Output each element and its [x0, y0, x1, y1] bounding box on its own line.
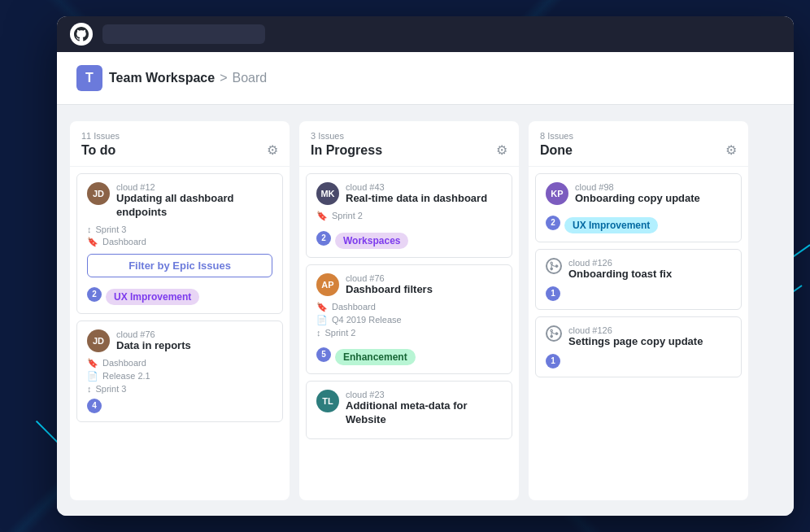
meta-dashboard-2: 🔖 Dashboard: [87, 358, 272, 368]
card-title-cloud76-todo: Data in reports: [116, 339, 272, 353]
workspace-name: Team Workspace: [109, 71, 215, 85]
card-title-cloud126-1: Onboarding toast fix: [568, 268, 731, 281]
avatar-cloud23: TL: [316, 390, 339, 412]
badge-number-enhancement: 5: [316, 347, 331, 362]
avatar-cloud12: JD: [87, 182, 110, 205]
card-id-cloud76-todo: cloud #76: [116, 329, 272, 339]
card-id-cloud76-ip: cloud #76: [346, 273, 502, 283]
avatar-cloud76-ip: AP: [316, 273, 339, 296]
bookmark-icon: 🔖: [87, 237, 98, 247]
badge-number-ux: 2: [87, 287, 102, 302]
todo-body: JD cloud #12 Updating all dashboard endp…: [70, 167, 290, 500]
done-card-2: cloud #126 Onboarding toast fix 1: [535, 249, 742, 310]
title-bar: [57, 16, 794, 52]
column-inprogress-header: 3 Issues In Progress ⚙: [299, 121, 519, 167]
column-done-header: 8 Issues Done ⚙: [529, 121, 748, 167]
badge-number-4: 4: [87, 399, 102, 413]
meta-sprint2-2: ↕ Sprint 2: [316, 328, 502, 338]
meta-sprint3-2: ↕ Sprint 3: [87, 384, 272, 394]
card-id-cloud126-1: cloud #126: [568, 258, 731, 268]
inprogress-card-2: AP cloud #76 Dashboard filters 🔖 Dashboa…: [306, 264, 512, 374]
merge-icon-1: [546, 258, 562, 274]
todo-settings-icon[interactable]: ⚙: [267, 142, 278, 158]
bookmark-icon-3: 🔖: [316, 211, 328, 221]
avatar-cloud43: MK: [316, 182, 339, 205]
filter-epic-button[interactable]: Filter by Epic Issues: [87, 254, 272, 277]
badge-number-ux-done: 2: [546, 216, 560, 230]
file-icon-2: 📄: [316, 315, 328, 325]
done-count: 8 Issues: [540, 131, 737, 141]
bookmark-icon-4: 🔖: [316, 302, 328, 312]
card-id-cloud23: cloud #23: [346, 390, 502, 399]
breadcrumb-separator: >: [220, 71, 227, 85]
card-id-cloud98: cloud #98: [575, 182, 731, 192]
card-id-cloud12: cloud #12: [116, 182, 272, 192]
todo-title: To do: [81, 143, 115, 158]
inprogress-body: MK cloud #43 Real-time data in dashboard…: [299, 167, 519, 500]
done-body: KP cloud #98 Onboarding copy update 2 UX…: [529, 167, 748, 500]
meta-dashboard: 🔖 Dashboard: [87, 237, 272, 247]
card-id-cloud126-2: cloud #126: [568, 325, 731, 335]
breadcrumb: Team Workspace > Board: [109, 71, 267, 85]
inprogress-count: 3 Issues: [311, 131, 507, 141]
sprint-icon: ↕: [87, 225, 92, 234]
column-todo-header: 11 Issues To do ⚙: [70, 121, 290, 167]
card-title-cloud126-2: Settings page copy update: [568, 335, 731, 349]
card-title-cloud23: Additional meta-data for Website: [346, 399, 502, 427]
done-settings-icon[interactable]: ⚙: [725, 142, 737, 158]
card-title-cloud12: Updating all dashboard endpoints: [116, 192, 272, 220]
done-card-3: cloud #126 Settings page copy update 1: [535, 316, 742, 377]
meta-sprint3: ↕ Sprint 3: [87, 225, 272, 234]
meta-release: 📄 Release 2.1: [87, 371, 272, 382]
github-logo: [70, 23, 93, 46]
meta-dashboard-ip: 🔖 Dashboard: [316, 302, 502, 312]
todo-count: 11 Issues: [81, 131, 278, 141]
inprogress-card-3: TL cloud #23 Additional meta-data for We…: [306, 381, 512, 439]
meta-sprint2-1: 🔖 Sprint 2: [316, 211, 502, 221]
workspace-avatar: T: [76, 65, 102, 91]
column-done: 8 Issues Done ⚙ KP cloud #98 Onboarding …: [529, 121, 748, 500]
inprogress-settings-icon[interactable]: ⚙: [496, 142, 507, 158]
avatar-cloud98: KP: [546, 182, 568, 205]
breadcrumb-current: Board: [232, 71, 267, 85]
avatar-cloud76-todo: JD: [87, 329, 110, 352]
card-title-cloud76-ip: Dashboard filters: [346, 283, 502, 297]
sprint-icon-3: ↕: [316, 328, 321, 338]
app-header: T Team Workspace > Board: [57, 52, 794, 105]
todo-card-1: JD cloud #12 Updating all dashboard endp…: [76, 173, 283, 314]
sprint-icon-2: ↕: [87, 384, 92, 394]
done-title: Done: [540, 143, 573, 158]
epic-badge-enhancement: Enhancement: [335, 349, 416, 365]
title-bar-search[interactable]: [102, 24, 265, 44]
app-window: T Team Workspace > Board 11 Issues To do…: [57, 16, 794, 516]
card-title-cloud43: Real-time data in dashboard: [346, 192, 502, 206]
meta-q4: 📄 Q4 2019 Release: [316, 315, 502, 325]
epic-badge-ux-done: UX Improvement: [564, 217, 658, 233]
comment-badge-2: 1: [546, 354, 560, 368]
inprogress-title: In Progress: [311, 143, 382, 158]
column-todo: 11 Issues To do ⚙ JD cloud #12 Updating …: [70, 121, 290, 500]
column-inprogress: 3 Issues In Progress ⚙ MK cloud #43 Real…: [299, 121, 519, 500]
epic-badge-ux: UX Improvement: [106, 289, 199, 305]
card-id-cloud43: cloud #43: [346, 182, 502, 192]
done-card-1: KP cloud #98 Onboarding copy update 2 UX…: [535, 173, 742, 242]
bookmark-icon-2: 🔖: [87, 358, 98, 368]
board-area: 11 Issues To do ⚙ JD cloud #12 Updating …: [57, 105, 794, 516]
card-title-cloud98: Onboarding copy update: [575, 192, 731, 206]
comment-badge-1: 1: [546, 286, 560, 301]
badge-number-workspaces: 2: [316, 231, 331, 246]
epic-badge-workspaces: Workspaces: [335, 233, 408, 249]
todo-card-2: JD cloud #76 Data in reports 🔖 Dashboard…: [76, 321, 283, 422]
file-icon: 📄: [87, 371, 98, 382]
inprogress-card-1: MK cloud #43 Real-time data in dashboard…: [306, 173, 512, 258]
merge-icon-2: [546, 325, 562, 342]
